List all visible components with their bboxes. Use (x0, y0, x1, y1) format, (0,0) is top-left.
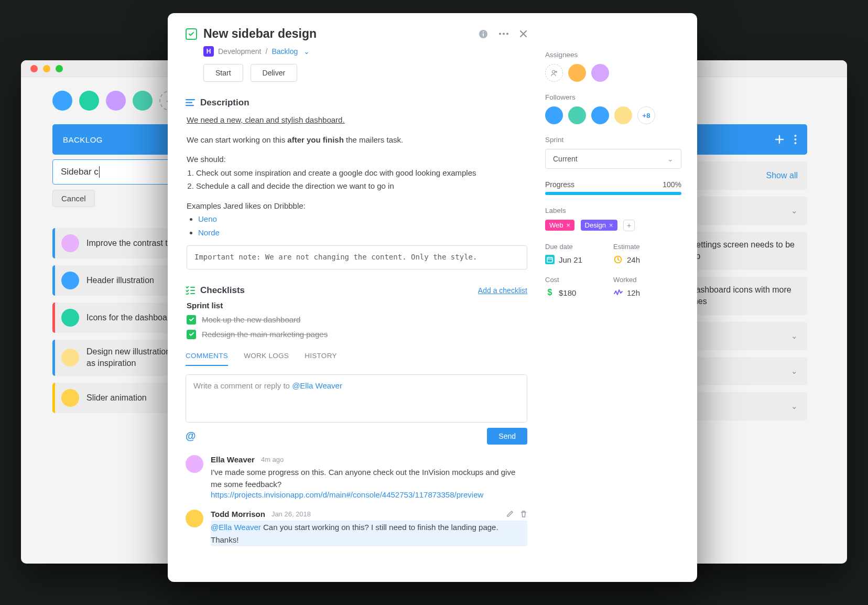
description-body[interactable]: We need a new, clean and stylish dashboa… (187, 113, 527, 269)
progress-section: Progress 100% (545, 180, 681, 195)
svg-rect-7 (483, 33, 484, 36)
cost[interactable]: Cost $$180 (545, 276, 613, 297)
side-label: Followers (545, 93, 681, 101)
add-checklist-link[interactable]: Add a checklist (478, 286, 527, 295)
start-button[interactable]: Start (203, 64, 243, 82)
follower-avatar[interactable] (591, 106, 609, 124)
assignee-avatar[interactable] (61, 349, 79, 366)
traffic-light-minimize[interactable] (43, 65, 50, 72)
comment-time: 4m ago (261, 456, 284, 463)
priority-stripe (52, 383, 55, 413)
remove-label-icon[interactable]: × (567, 221, 571, 229)
task-status-icon[interactable] (186, 28, 197, 40)
svg-rect-15 (190, 287, 195, 288)
side-label: Assignees (545, 51, 681, 59)
comment-input[interactable]: Write a comment or reply to @Ella Weaver (186, 374, 527, 423)
assignee-avatar[interactable] (61, 309, 79, 327)
followers-more[interactable]: +8 (637, 106, 655, 124)
project-name[interactable]: Development (218, 47, 262, 56)
add-label-button[interactable]: + (623, 220, 635, 231)
modal-sidebar: Assignees Followers +8 Sprint Cu (545, 13, 697, 582)
assignee-avatar[interactable] (591, 64, 609, 82)
checklist-label: Redesign the main marketing pages (202, 330, 328, 339)
follower-avatar[interactable] (614, 106, 632, 124)
svg-rect-16 (190, 290, 195, 291)
comment-author: Todd Morrison (211, 510, 265, 518)
meta-label: Worked (613, 276, 681, 284)
member-avatar[interactable] (52, 91, 72, 111)
label-pill[interactable]: Design× (581, 220, 617, 231)
tab-worklogs[interactable]: WORK LOGS (244, 352, 289, 366)
description-link[interactable]: Norde (198, 228, 220, 237)
comment-avatar[interactable] (186, 510, 203, 527)
svg-point-3 (795, 135, 797, 137)
sprint-select[interactable]: Current ⌄ (545, 149, 681, 169)
checklist-label: Mock up the new dashboard (202, 315, 300, 324)
worked[interactable]: Worked 12h (613, 276, 681, 297)
project-state-link[interactable]: Backlog (272, 47, 298, 56)
mention[interactable]: @Ella Weaver (211, 523, 261, 532)
edit-icon[interactable] (506, 510, 514, 518)
due-date[interactable]: Due date Jun 21 (545, 243, 613, 264)
assignee-avatar[interactable] (61, 234, 79, 252)
dollar-icon: $ (545, 288, 555, 297)
tab-comments[interactable]: COMMENTS (186, 352, 228, 366)
follower-avatar[interactable] (568, 106, 586, 124)
labels-section: Labels Web× Design× + (545, 207, 681, 231)
meta-value: Jun 21 (559, 255, 582, 264)
add-task-icon[interactable] (774, 134, 785, 145)
description-line: We should: (187, 153, 527, 166)
comment: Todd Morrison Jan 26, 2018 @Ella Weaver … (186, 510, 527, 546)
member-avatar[interactable] (133, 91, 153, 111)
progress-bar (545, 192, 681, 195)
checkbox-icon[interactable] (187, 330, 196, 339)
more-icon[interactable] (498, 33, 509, 35)
checkbox-icon[interactable] (187, 315, 196, 325)
member-avatar[interactable] (79, 91, 99, 111)
svg-point-11 (506, 33, 508, 35)
delete-icon[interactable] (520, 510, 527, 518)
svg-point-9 (499, 33, 501, 35)
activity-tabs: COMMENTS WORK LOGS HISTORY (186, 352, 527, 366)
add-assignee-button[interactable] (545, 64, 563, 82)
svg-rect-19 (547, 257, 552, 262)
traffic-light-zoom[interactable] (56, 65, 63, 72)
traffic-light-close[interactable] (30, 65, 38, 72)
member-avatar[interactable] (106, 91, 126, 111)
info-icon[interactable] (479, 29, 488, 39)
checklist-item[interactable]: Redesign the main marketing pages (187, 330, 526, 339)
svg-point-10 (503, 33, 505, 35)
description-link[interactable]: Ueno (198, 214, 217, 223)
mention-icon[interactable]: @ (186, 430, 196, 442)
comment-avatar[interactable] (186, 455, 203, 473)
chevron-down-icon: ⌄ (791, 366, 798, 376)
comment-link[interactable]: https://projects.invisionapp.com/d/main#… (211, 490, 483, 499)
svg-rect-13 (186, 102, 192, 103)
followers-section: Followers +8 (545, 93, 681, 124)
estimate[interactable]: Estimate 24h (613, 243, 681, 264)
assignee-avatar[interactable] (61, 272, 79, 289)
assignee-avatar[interactable] (568, 64, 586, 82)
label-pill[interactable]: Web× (545, 220, 574, 231)
deliver-button[interactable]: Deliver (251, 64, 298, 82)
new-task-text: Sidebar c (61, 167, 99, 177)
close-icon[interactable] (519, 30, 527, 38)
column-menu-icon[interactable] (794, 134, 797, 145)
chevron-down-icon: ⌄ (791, 331, 798, 341)
follower-avatar[interactable] (545, 106, 563, 124)
description-note: Important note: We are not changing the … (187, 245, 527, 269)
checklist-item[interactable]: Mock up the new dashboard (187, 315, 526, 325)
comment-text: @Ella Weaver Can you start working on th… (211, 521, 527, 546)
project-tag[interactable]: H (203, 46, 214, 57)
show-all-link[interactable]: Show all (766, 171, 798, 180)
description-line: We can start working on this after you f… (187, 133, 527, 147)
assignee-avatar[interactable] (61, 389, 79, 407)
chevron-down-icon[interactable]: ⌄ (303, 47, 310, 56)
clock-icon (613, 255, 623, 264)
section-heading: Description (200, 98, 249, 108)
tab-history[interactable]: HISTORY (305, 352, 337, 366)
remove-label-icon[interactable]: × (609, 221, 613, 229)
send-button[interactable]: Send (487, 428, 527, 445)
svg-point-5 (795, 142, 797, 144)
cancel-button[interactable]: Cancel (52, 190, 95, 207)
